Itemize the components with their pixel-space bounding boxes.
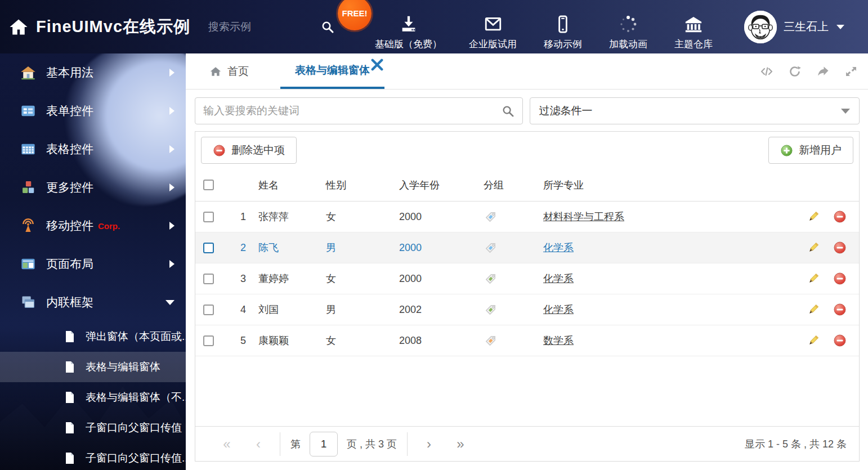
delete-row-icon[interactable] [833,272,847,285]
table-row[interactable]: 2 陈飞 男 2000 化学系 [195,232,859,263]
tab-content: 过滤条件一 删除选中项 新增用户 姓名 性别 入学年份 [186,89,868,470]
avatar [744,11,777,43]
table-body: 1 张萍萍 女 2000 材料科学与工程系 2 陈飞 男 2000 化学系 [195,202,859,356]
column-header-year[interactable]: 入学年份 [390,178,475,192]
row-checkbox[interactable] [203,243,214,253]
column-header-name[interactable]: 姓名 [249,178,317,192]
edit-pencil-icon[interactable] [807,272,820,285]
filter-selected-value: 过滤条件一 [539,104,842,118]
pagination-summary: 显示 1 - 5 条 , 共 12 条 [745,437,847,451]
cell-gender: 女 [317,272,390,285]
sidebar-subitem-1[interactable]: 表格与编辑窗体 [0,352,186,382]
sidebar-item-more-controls[interactable]: 更多控件 [0,168,186,207]
delete-row-icon[interactable] [833,303,847,316]
delete-row-icon[interactable] [833,210,847,223]
tab-home[interactable]: 首页 [202,53,257,89]
row-number: 3 [221,273,249,285]
edit-pencil-icon[interactable] [807,303,820,316]
nav-theme-repo[interactable]: 主题仓库 [674,3,713,51]
edit-pencil-icon[interactable] [807,241,820,254]
table-icon [20,141,36,157]
expand-icon[interactable] [844,65,858,78]
major-link[interactable]: 数学系 [543,335,574,346]
cell-year: 2002 [390,304,475,316]
sidebar-item-form-controls[interactable]: 表单控件 [0,92,186,130]
sidebar-item-mobile-controls[interactable]: 移动控件 Corp. [0,207,186,245]
search-icon[interactable] [502,105,514,118]
spinner-icon [619,15,638,34]
tab-grid-edit-window[interactable]: 表格与编辑窗体 [280,53,384,89]
header-search-input[interactable] [208,21,281,33]
user-caret-icon [836,25,844,29]
sidebar-subitem-0[interactable]: 弹出窗体（本页面或... [0,321,186,352]
table-row[interactable]: 5 康颖颖 女 2008 数学系 [195,325,859,356]
column-header-gender[interactable]: 性别 [317,178,390,192]
row-checkbox[interactable] [203,305,214,315]
major-link[interactable]: 化学系 [543,273,574,284]
row-checkbox[interactable] [203,335,214,346]
filter-dropdown[interactable]: 过滤条件一 [530,97,860,124]
row-checkbox[interactable] [203,212,214,222]
select-all-checkbox[interactable] [203,180,214,190]
row-number: 4 [221,304,249,316]
cell-name: 陈飞 [249,241,317,254]
pagination-last-icon[interactable]: » [445,436,476,452]
table-row[interactable]: 3 董婷婷 女 2000 化学系 [195,263,859,294]
sidebar-item-page-layout[interactable]: 页面布局 [0,245,186,283]
keyword-search-box [195,97,523,124]
keyword-search-input[interactable] [203,105,502,117]
row-checkbox[interactable] [203,274,214,284]
cell-year: 2000 [390,211,475,223]
delete-row-icon[interactable] [833,334,847,347]
corp-badge: Corp. [98,221,120,231]
major-link[interactable]: 化学系 [543,242,574,253]
sidebar-item-basic-usage[interactable]: 基本用法 [0,53,186,92]
expand-arrow-icon [169,222,175,230]
tab-close-icon[interactable] [371,59,383,71]
cell-year: 2000 [390,242,475,254]
user-menu[interactable]: 三生石上 [744,11,844,43]
nav-loading-animation[interactable]: 加载动画 [609,3,647,51]
header-search-icon[interactable] [321,20,334,34]
pagination-bar: « ‹ 第 页 , 共 3 页 › » 显示 1 - 5 条 , 共 12 条 [195,426,859,461]
pagination-next-icon[interactable]: › [413,436,445,452]
layout-icon [20,256,36,272]
cell-gender: 女 [317,210,390,223]
cell-year: 2000 [390,273,475,285]
expand-arrow-icon [169,69,175,77]
major-link[interactable]: 材料科学与工程系 [543,211,624,222]
edit-pencil-icon[interactable] [807,210,820,223]
mobile-icon [553,15,572,34]
major-link[interactable]: 化学系 [543,304,574,315]
page-number-input[interactable] [310,432,338,456]
refresh-icon[interactable] [788,65,802,78]
edit-pencil-icon[interactable] [807,334,820,347]
plus-circle-icon [780,144,793,157]
logo[interactable]: FineUIMvc在线示例 [0,16,190,38]
sidebar-item-inline-frame[interactable]: 内联框架 [0,283,186,321]
sidebar-subitem-2[interactable]: 表格与编辑窗体（不... [0,382,186,413]
column-header-group[interactable]: 分组 [475,178,534,192]
source-code-icon[interactable] [760,65,773,78]
delete-row-icon[interactable] [833,241,847,254]
table-row[interactable]: 4 刘国 男 2002 化学系 [195,294,859,325]
column-header-major[interactable]: 所学专业 [534,178,800,192]
main-area: 首页 表格与编辑窗体 过滤条件一 [186,53,868,470]
add-user-button[interactable]: 新增用户 [768,137,853,164]
sidebar-item-grid-controls[interactable]: 表格控件 [0,130,186,168]
table-row[interactable]: 1 张萍萍 女 2000 材料科学与工程系 [195,202,859,232]
sidebar: 基本用法 表单控件 表格控件 更多控件 移动控件 Corp. 页面布局 [0,53,186,470]
delete-selected-button[interactable]: 删除选中项 [201,137,297,164]
pagination-prev-icon[interactable]: ‹ [243,436,274,452]
share-icon[interactable] [816,65,830,78]
page-suffix: 页 , 共 3 页 [347,437,397,451]
tag-icon [484,241,498,255]
row-number: 1 [221,211,249,223]
sidebar-subitem-3[interactable]: 子窗口向父窗口传值 [0,413,186,443]
nav-basic-free[interactable]: FREE! 基础版（免费） [375,3,442,51]
nav-mobile-demo[interactable]: 移动示例 [544,3,582,51]
nav-enterprise-trial[interactable]: 企业版试用 [469,3,517,51]
pagination-first-icon[interactable]: « [211,436,243,452]
sidebar-subitem-4[interactable]: 子窗口向父窗口传值... [0,443,186,470]
frames-icon [20,294,36,310]
